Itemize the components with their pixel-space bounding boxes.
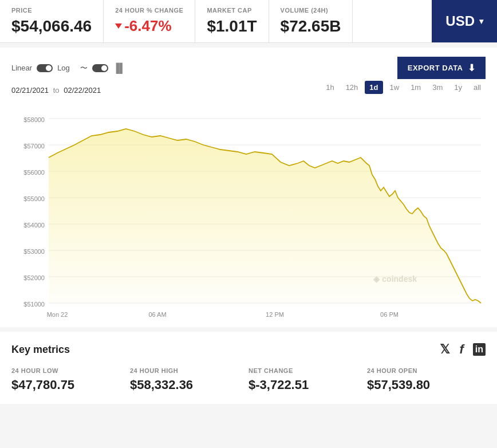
price-stat: PRICE $54,066.46 xyxy=(0,0,104,42)
metrics-header: Key metrics 𝕏 f in xyxy=(11,342,486,357)
change-stat: 24 HOUR % CHANGE -6.47% xyxy=(104,0,195,42)
svg-text:$56000: $56000 xyxy=(23,169,45,176)
date-to: 02/22/2021 xyxy=(64,86,101,95)
time-btn-all[interactable]: all xyxy=(469,81,486,94)
metric-24h-open: 24 HOUR OPEN $57,539.80 xyxy=(367,367,486,392)
svg-text:06 PM: 06 PM xyxy=(380,311,399,318)
svg-text:$51000: $51000 xyxy=(23,301,45,308)
metric-24h-low: 24 HOUR LOW $47,780.75 xyxy=(11,367,130,392)
volume-value: $72.65B xyxy=(281,17,341,36)
change-label: 24 HOUR % CHANGE xyxy=(115,7,183,14)
bar-chart-icon[interactable]: ▐▌ xyxy=(113,63,126,73)
metric-low-label: 24 HOUR LOW xyxy=(11,367,130,374)
metric-netchange-value: $-3,722.51 xyxy=(249,378,367,392)
twitter-icon[interactable]: 𝕏 xyxy=(440,342,450,357)
chart-container: $58000 $57000 $56000 $55000 $54000 $5300… xyxy=(11,106,486,318)
change-value: -6.47% xyxy=(115,17,183,35)
volume-stat: VOLUME (24H) $72.65B xyxy=(269,0,353,42)
download-icon: ⬇ xyxy=(468,62,476,73)
metric-open-value: $57,539.80 xyxy=(367,378,486,392)
chart-controls: Linear Log 〜 ▐▌ EXPORT DATA ⬇ xyxy=(11,57,486,79)
metric-high-label: 24 HOUR HIGH xyxy=(130,367,249,374)
metric-netchange-label: NET CHANGE xyxy=(249,367,367,374)
metrics-title: Key metrics xyxy=(11,344,70,356)
chart-type-controls: Linear Log 〜 ▐▌ xyxy=(11,63,126,73)
marketcap-stat: MARKET CAP $1.01T xyxy=(195,0,269,42)
currency-selector[interactable]: USD ▾ xyxy=(432,0,497,42)
date-from: 02/21/2021 xyxy=(11,86,49,95)
social-icons: 𝕏 f in xyxy=(440,342,486,357)
svg-text:Mon 22: Mon 22 xyxy=(47,311,68,318)
svg-text:$57000: $57000 xyxy=(23,143,45,150)
chart-line-icon[interactable]: 〜 xyxy=(80,63,88,73)
price-label: PRICE xyxy=(11,7,92,14)
stats-bar: PRICE $54,066.46 24 HOUR % CHANGE -6.47%… xyxy=(0,0,497,43)
export-data-button[interactable]: EXPORT DATA ⬇ xyxy=(397,57,486,79)
price-value: $54,066.46 xyxy=(11,17,92,36)
metric-high-value: $58,332.36 xyxy=(130,378,249,392)
time-btn-1y[interactable]: 1y xyxy=(449,81,467,94)
facebook-icon[interactable]: f xyxy=(459,342,463,357)
marketcap-value: $1.01T xyxy=(207,17,257,36)
metric-24h-high: 24 HOUR HIGH $58,332.36 xyxy=(130,367,249,392)
arrow-down-icon xyxy=(115,23,122,29)
price-chart: $58000 $57000 $56000 $55000 $54000 $5300… xyxy=(11,106,486,318)
svg-text:$55000: $55000 xyxy=(23,195,45,202)
marketcap-label: MARKET CAP xyxy=(207,7,257,14)
time-btn-1m[interactable]: 1m xyxy=(406,81,425,94)
metric-net-change: NET CHANGE $-3,722.51 xyxy=(249,367,367,392)
chart-section: Linear Log 〜 ▐▌ EXPORT DATA ⬇ 02/21/2021… xyxy=(0,48,497,327)
svg-text:$58000: $58000 xyxy=(23,116,45,123)
chart-type-toggle[interactable] xyxy=(92,64,108,72)
linear-label: Linear xyxy=(11,64,32,72)
time-buttons: 1h 12h 1d 1w 1m 3m 1y all xyxy=(321,81,486,94)
volume-label: VOLUME (24H) xyxy=(281,7,341,14)
currency-label: USD xyxy=(445,13,475,29)
svg-text:06 AM: 06 AM xyxy=(148,311,166,318)
svg-text:$54000: $54000 xyxy=(23,222,45,229)
chevron-down-icon: ▾ xyxy=(479,17,483,26)
coindesk-watermark: ◈ coindesk xyxy=(373,274,417,284)
metrics-section: Key metrics 𝕏 f in 24 HOUR LOW $47,780.7… xyxy=(0,332,497,404)
time-btn-1d[interactable]: 1d xyxy=(365,81,382,94)
time-btn-1h[interactable]: 1h xyxy=(321,81,338,94)
metric-low-value: $47,780.75 xyxy=(11,378,130,392)
svg-text:12 PM: 12 PM xyxy=(266,311,284,318)
metric-open-label: 24 HOUR OPEN xyxy=(367,367,486,374)
svg-text:$53000: $53000 xyxy=(23,248,45,255)
metrics-grid: 24 HOUR LOW $47,780.75 24 HOUR HIGH $58,… xyxy=(11,367,486,392)
time-btn-3m[interactable]: 3m xyxy=(428,81,447,94)
linkedin-icon[interactable]: in xyxy=(473,343,486,356)
linear-log-toggle[interactable] xyxy=(37,64,53,72)
time-btn-1w[interactable]: 1w xyxy=(385,81,404,94)
time-btn-12h[interactable]: 12h xyxy=(341,81,363,94)
svg-text:$52000: $52000 xyxy=(23,274,45,281)
date-range: 02/21/2021 to 02/22/2021 xyxy=(11,86,101,95)
log-label: Log xyxy=(57,64,70,72)
